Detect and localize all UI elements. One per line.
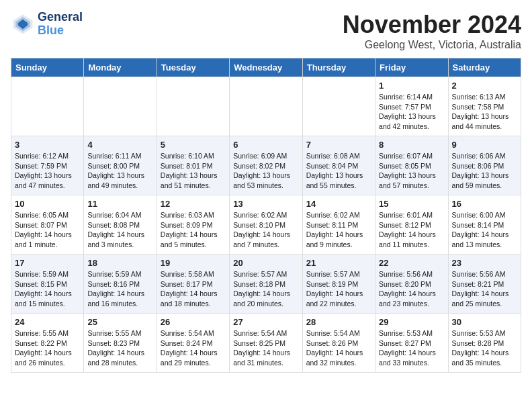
calendar-cell: 27Sunrise: 5:54 AM Sunset: 8:25 PM Dayli… [230, 314, 302, 373]
calendar-cell: 18Sunrise: 5:59 AM Sunset: 8:16 PM Dayli… [84, 255, 157, 314]
day-info: Sunrise: 5:53 AM Sunset: 8:28 PM Dayligh… [452, 328, 517, 368]
day-header-friday: Friday [375, 58, 448, 77]
day-info: Sunrise: 6:09 AM Sunset: 8:02 PM Dayligh… [233, 151, 298, 191]
day-info: Sunrise: 5:57 AM Sunset: 8:18 PM Dayligh… [233, 269, 298, 309]
calendar-cell: 21Sunrise: 5:57 AM Sunset: 8:19 PM Dayli… [302, 255, 375, 314]
day-number: 19 [161, 258, 226, 268]
day-info: Sunrise: 6:04 AM Sunset: 8:08 PM Dayligh… [87, 210, 152, 250]
calendar-cell: 16Sunrise: 6:00 AM Sunset: 8:14 PM Dayli… [448, 195, 521, 255]
day-number: 1 [379, 81, 444, 91]
title-block: November 2024 Geelong West, Victoria, Au… [343, 11, 521, 51]
day-info: Sunrise: 6:10 AM Sunset: 8:01 PM Dayligh… [161, 151, 226, 191]
day-info: Sunrise: 5:57 AM Sunset: 8:19 PM Dayligh… [306, 269, 371, 309]
day-header-tuesday: Tuesday [157, 58, 229, 77]
calendar-cell: 26Sunrise: 5:54 AM Sunset: 8:24 PM Dayli… [157, 314, 229, 373]
calendar-body: 1Sunrise: 6:14 AM Sunset: 7:57 PM Daylig… [11, 77, 521, 373]
day-number: 5 [161, 140, 226, 150]
calendar-cell: 15Sunrise: 6:01 AM Sunset: 8:12 PM Dayli… [375, 195, 448, 255]
calendar-cell: 19Sunrise: 5:58 AM Sunset: 8:17 PM Dayli… [157, 255, 229, 314]
day-info: Sunrise: 6:02 AM Sunset: 8:10 PM Dayligh… [233, 210, 298, 250]
day-number: 27 [233, 317, 298, 327]
day-info: Sunrise: 6:06 AM Sunset: 8:06 PM Dayligh… [452, 151, 517, 191]
day-info: Sunrise: 5:54 AM Sunset: 8:24 PM Dayligh… [161, 328, 226, 368]
calendar-cell: 14Sunrise: 6:02 AM Sunset: 8:11 PM Dayli… [302, 195, 375, 255]
day-info: Sunrise: 5:54 AM Sunset: 8:25 PM Dayligh… [233, 328, 298, 368]
day-info: Sunrise: 5:56 AM Sunset: 8:21 PM Dayligh… [452, 269, 517, 309]
day-info: Sunrise: 6:00 AM Sunset: 8:14 PM Dayligh… [452, 210, 517, 250]
day-number: 23 [452, 258, 517, 268]
calendar-cell: 25Sunrise: 5:55 AM Sunset: 8:23 PM Dayli… [84, 314, 157, 373]
day-info: Sunrise: 5:55 AM Sunset: 8:23 PM Dayligh… [87, 328, 152, 368]
calendar-cell: 3Sunrise: 6:12 AM Sunset: 7:59 PM Daylig… [11, 136, 84, 195]
day-number: 2 [452, 81, 517, 91]
day-number: 11 [87, 199, 152, 209]
day-info: Sunrise: 6:01 AM Sunset: 8:12 PM Dayligh… [379, 210, 444, 250]
day-number: 8 [379, 140, 444, 150]
calendar-cell: 20Sunrise: 5:57 AM Sunset: 8:18 PM Dayli… [230, 255, 302, 314]
calendar-cell: 5Sunrise: 6:10 AM Sunset: 8:01 PM Daylig… [157, 136, 229, 195]
calendar-cell: 10Sunrise: 6:05 AM Sunset: 8:07 PM Dayli… [11, 195, 84, 255]
day-info: Sunrise: 5:56 AM Sunset: 8:20 PM Dayligh… [379, 269, 444, 309]
day-info: Sunrise: 6:05 AM Sunset: 8:07 PM Dayligh… [15, 210, 80, 250]
header-row: SundayMondayTuesdayWednesdayThursdayFrid… [11, 58, 521, 77]
calendar-cell: 9Sunrise: 6:06 AM Sunset: 8:06 PM Daylig… [448, 136, 521, 195]
calendar-cell: 4Sunrise: 6:11 AM Sunset: 8:00 PM Daylig… [84, 136, 157, 195]
calendar-cell [302, 77, 375, 136]
calendar-cell: 17Sunrise: 5:59 AM Sunset: 8:15 PM Dayli… [11, 255, 84, 314]
calendar-cell: 22Sunrise: 5:56 AM Sunset: 8:20 PM Dayli… [375, 255, 448, 314]
calendar-cell: 29Sunrise: 5:53 AM Sunset: 8:27 PM Dayli… [375, 314, 448, 373]
week-row-3: 10Sunrise: 6:05 AM Sunset: 8:07 PM Dayli… [11, 195, 521, 255]
week-row-1: 1Sunrise: 6:14 AM Sunset: 7:57 PM Daylig… [11, 77, 521, 136]
calendar-cell: 7Sunrise: 6:08 AM Sunset: 8:04 PM Daylig… [302, 136, 375, 195]
week-row-5: 24Sunrise: 5:55 AM Sunset: 8:22 PM Dayli… [11, 314, 521, 373]
logo-text: General Blue [38, 11, 83, 38]
day-header-thursday: Thursday [302, 58, 375, 77]
calendar-table: SundayMondayTuesdayWednesdayThursdayFrid… [11, 58, 521, 373]
day-info: Sunrise: 5:53 AM Sunset: 8:27 PM Dayligh… [379, 328, 444, 368]
calendar-cell [230, 77, 302, 136]
logo-line1: General [38, 11, 83, 24]
day-number: 24 [15, 317, 80, 327]
calendar-cell: 11Sunrise: 6:04 AM Sunset: 8:08 PM Dayli… [84, 195, 157, 255]
day-number: 7 [306, 140, 371, 150]
day-info: Sunrise: 6:11 AM Sunset: 8:00 PM Dayligh… [87, 151, 152, 191]
day-info: Sunrise: 5:59 AM Sunset: 8:15 PM Dayligh… [15, 269, 80, 309]
day-number: 28 [306, 317, 371, 327]
day-number: 25 [87, 317, 152, 327]
day-number: 4 [87, 140, 152, 150]
day-header-wednesday: Wednesday [230, 58, 302, 77]
day-number: 17 [15, 258, 80, 268]
week-row-2: 3Sunrise: 6:12 AM Sunset: 7:59 PM Daylig… [11, 136, 521, 195]
day-info: Sunrise: 6:08 AM Sunset: 8:04 PM Dayligh… [306, 151, 371, 191]
day-info: Sunrise: 5:55 AM Sunset: 8:22 PM Dayligh… [15, 328, 80, 368]
calendar-cell: 2Sunrise: 6:13 AM Sunset: 7:58 PM Daylig… [448, 77, 521, 136]
page-header: General Blue November 2024 Geelong West,… [11, 11, 521, 51]
day-number: 3 [15, 140, 80, 150]
day-info: Sunrise: 6:02 AM Sunset: 8:11 PM Dayligh… [306, 210, 371, 250]
week-row-4: 17Sunrise: 5:59 AM Sunset: 8:15 PM Dayli… [11, 255, 521, 314]
day-number: 30 [452, 317, 517, 327]
day-number: 15 [379, 199, 444, 209]
day-info: Sunrise: 6:14 AM Sunset: 7:57 PM Dayligh… [379, 92, 444, 132]
day-info: Sunrise: 6:07 AM Sunset: 8:05 PM Dayligh… [379, 151, 444, 191]
subtitle: Geelong West, Victoria, Australia [343, 39, 521, 51]
calendar-cell: 12Sunrise: 6:03 AM Sunset: 8:09 PM Dayli… [157, 195, 229, 255]
day-number: 18 [87, 258, 152, 268]
calendar-cell [11, 77, 84, 136]
calendar-header: SundayMondayTuesdayWednesdayThursdayFrid… [11, 58, 521, 77]
day-info: Sunrise: 6:13 AM Sunset: 7:58 PM Dayligh… [452, 92, 517, 132]
day-number: 12 [161, 199, 226, 209]
calendar-cell: 8Sunrise: 6:07 AM Sunset: 8:05 PM Daylig… [375, 136, 448, 195]
calendar-cell: 1Sunrise: 6:14 AM Sunset: 7:57 PM Daylig… [375, 77, 448, 136]
logo-line2: Blue [38, 24, 83, 38]
main-title: November 2024 [343, 11, 521, 39]
logo: General Blue [11, 11, 83, 38]
day-header-monday: Monday [84, 58, 157, 77]
calendar-cell [84, 77, 157, 136]
day-info: Sunrise: 6:03 AM Sunset: 8:09 PM Dayligh… [161, 210, 226, 250]
day-info: Sunrise: 6:12 AM Sunset: 7:59 PM Dayligh… [15, 151, 80, 191]
day-info: Sunrise: 5:59 AM Sunset: 8:16 PM Dayligh… [87, 269, 152, 309]
calendar-cell: 24Sunrise: 5:55 AM Sunset: 8:22 PM Dayli… [11, 314, 84, 373]
day-number: 14 [306, 199, 371, 209]
calendar-cell [157, 77, 229, 136]
